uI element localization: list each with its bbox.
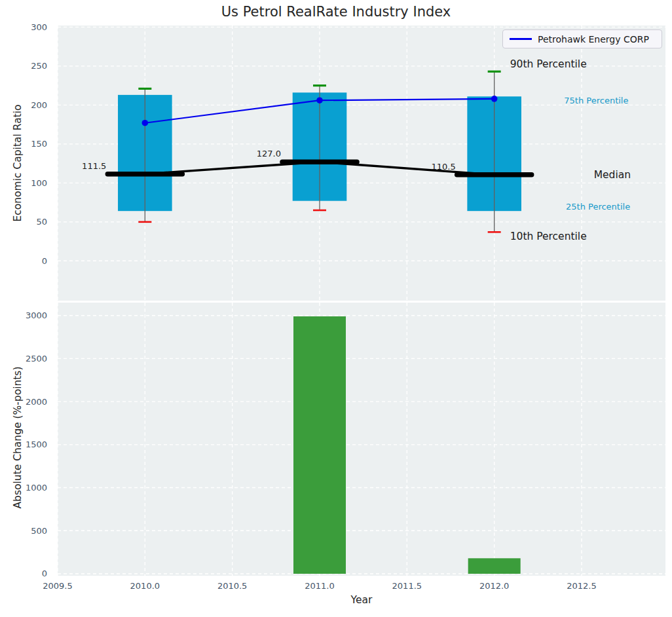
figure: 0501001502002503000500100015002000250030… bbox=[0, 0, 672, 617]
y-tick-label: 200 bbox=[31, 100, 47, 110]
x-tick-label: 2010.0 bbox=[130, 581, 160, 591]
x-tick-label: 2009.5 bbox=[43, 581, 73, 591]
annotation-median: Median bbox=[594, 169, 631, 181]
y-tick-label: 0 bbox=[42, 569, 47, 578]
x-tick-label: 2012.0 bbox=[479, 581, 510, 591]
median-value-label: 110.5 bbox=[431, 162, 455, 172]
y-tick-label: 2500 bbox=[26, 354, 47, 364]
legend: Petrohawk Energy CORP bbox=[502, 29, 662, 48]
bottom-y-axis-label: Absolute Change (%-points) bbox=[12, 367, 24, 509]
y-tick-label: 50 bbox=[36, 217, 47, 227]
y-tick-label: 150 bbox=[31, 139, 47, 149]
x-tick-label: 2011.0 bbox=[305, 581, 335, 591]
company-marker bbox=[142, 120, 149, 126]
y-tick-label: 100 bbox=[31, 178, 47, 188]
annotation-25th-percentile: 25th Percentile bbox=[566, 202, 630, 212]
y-tick-label: 0 bbox=[42, 256, 47, 266]
bottom-plot-background bbox=[58, 303, 665, 576]
y-tick-label: 500 bbox=[31, 526, 47, 536]
median-value-label: 127.0 bbox=[257, 149, 281, 159]
change-bar bbox=[468, 558, 521, 574]
annotation-90th-percentile: 90th Percentile bbox=[510, 58, 587, 70]
y-tick-label: 300 bbox=[31, 22, 47, 32]
legend-label: Petrohawk Energy CORP bbox=[538, 34, 649, 45]
annotation-75th-percentile: 75th Percentile bbox=[564, 96, 628, 105]
y-tick-label: 3000 bbox=[26, 310, 47, 320]
company-marker bbox=[491, 96, 498, 102]
change-bar bbox=[293, 316, 346, 574]
x-tick-label: 2011.5 bbox=[392, 581, 422, 591]
y-tick-label: 2000 bbox=[26, 397, 47, 407]
y-tick-label: 250 bbox=[31, 61, 47, 71]
annotation-10th-percentile: 10th Percentile bbox=[510, 231, 587, 242]
chart-title: Us Petrol RealRate Industry Index bbox=[0, 4, 672, 20]
company-marker bbox=[316, 97, 323, 103]
y-tick-label: 1500 bbox=[26, 439, 47, 449]
x-tick-label: 2010.5 bbox=[217, 581, 248, 591]
legend-line-sample bbox=[510, 38, 532, 39]
median-value-label: 111.5 bbox=[82, 161, 106, 171]
y-tick-label: 1000 bbox=[26, 483, 47, 493]
top-y-axis-label: Economic Capital Ratio bbox=[12, 104, 24, 221]
x-axis-label: Year bbox=[58, 594, 665, 606]
plot-canvas: 0501001502002503000500100015002000250030… bbox=[0, 0, 672, 617]
x-tick-label: 2012.5 bbox=[567, 581, 597, 591]
